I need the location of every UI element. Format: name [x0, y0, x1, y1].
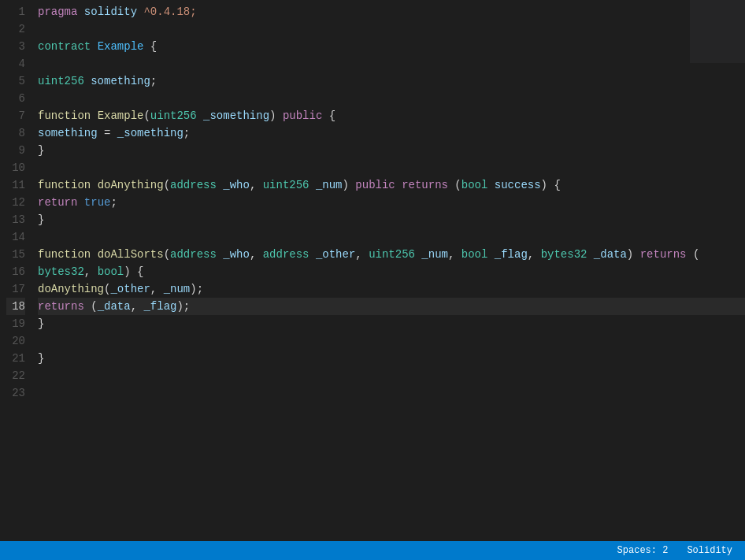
token: _num: [316, 179, 343, 191]
token: ;: [110, 196, 117, 209]
token: (: [84, 300, 98, 313]
code-line: }: [38, 211, 745, 228]
token: solidity: [84, 6, 137, 18]
token: [309, 179, 316, 191]
line-number: 23: [6, 384, 25, 402]
token: ,: [528, 248, 541, 261]
token: uint256: [150, 109, 197, 122]
code-line: }: [38, 142, 745, 159]
token: (: [686, 248, 699, 261]
token: _num: [421, 248, 448, 261]
code-editor: 1234567891011121314151617181920212223 pr…: [0, 0, 745, 560]
line-numbers: 1234567891011121314151617181920212223: [0, 3, 32, 560]
code-line: }: [38, 350, 745, 367]
code-line: pragma solidity ^0.4.18;: [38, 3, 745, 20]
code-line: [38, 228, 745, 246]
token: return: [38, 196, 77, 209]
token: ,: [131, 300, 144, 313]
token: returns: [640, 248, 687, 261]
token: something: [91, 75, 150, 87]
token: [91, 248, 97, 261]
code-line: bytes32, bool) {: [38, 263, 745, 280]
token: something: [38, 127, 98, 139]
token: _who: [223, 248, 250, 261]
token: [395, 179, 402, 191]
token: [77, 6, 83, 18]
spaces-indicator[interactable]: Spaces: 2: [617, 545, 669, 556]
token: doAllSorts: [98, 248, 164, 261]
token: }: [38, 317, 44, 330]
line-number: 3: [6, 38, 25, 55]
token: [91, 179, 97, 191]
token: _flag: [495, 248, 528, 261]
token: ,: [84, 265, 98, 278]
line-number: 17: [6, 280, 25, 298]
token: [197, 109, 203, 122]
token: uint256: [263, 179, 309, 191]
code-content[interactable]: pragma solidity ^0.4.18; contract Exampl…: [32, 3, 745, 560]
token: }: [38, 144, 44, 157]
token: ,: [448, 248, 461, 261]
line-number: 5: [6, 72, 25, 90]
code-line: function doAllSorts(address _who, addres…: [38, 246, 745, 263]
line-number: 2: [6, 20, 25, 38]
language-indicator[interactable]: Solidity: [687, 545, 732, 556]
token: (: [164, 179, 170, 191]
token: ) {: [124, 265, 143, 278]
token: uint256: [369, 248, 415, 261]
token: [84, 75, 91, 87]
token: _something: [203, 109, 269, 122]
line-number: 15: [6, 246, 25, 263]
token: [91, 40, 97, 53]
token: bytes32: [541, 248, 587, 261]
line-number: 9: [6, 142, 25, 159]
token: ): [343, 179, 356, 191]
code-area: 1234567891011121314151617181920212223 pr…: [0, 0, 745, 560]
code-line: [38, 90, 745, 107]
token: }: [38, 213, 44, 226]
token: address: [170, 179, 217, 191]
line-number: 21: [6, 350, 25, 367]
token: {: [322, 109, 335, 122]
token: ,: [150, 283, 164, 295]
line-number: 16: [6, 263, 25, 280]
token: ,: [250, 179, 263, 191]
code-line: contract Example {: [38, 38, 745, 55]
code-line: [38, 384, 745, 402]
token: (: [448, 179, 461, 191]
token: [217, 179, 223, 191]
token: bool: [461, 248, 488, 261]
line-number: 13: [6, 211, 25, 228]
token: ) {: [541, 179, 561, 191]
token: function: [38, 179, 91, 191]
code-line: something = _something;: [38, 124, 745, 142]
line-number: 19: [6, 315, 25, 332]
token: bytes32: [38, 265, 84, 278]
status-bar: Spaces: 2 Solidity: [0, 541, 745, 560]
token: ;: [183, 127, 190, 139]
token: _data: [98, 300, 131, 313]
token: _something: [117, 127, 183, 139]
token: success: [495, 179, 541, 191]
code-line: [38, 20, 745, 38]
token: (: [164, 248, 170, 261]
token: function: [38, 109, 91, 122]
token: [217, 248, 223, 261]
token: _num: [164, 283, 191, 295]
code-line: uint256 something;: [38, 72, 745, 90]
token: Example: [98, 40, 144, 53]
token: returns: [402, 179, 448, 191]
line-number: 12: [6, 194, 25, 211]
code-line: return true;: [38, 194, 745, 211]
minimap: [690, 0, 745, 63]
line-number: 14: [6, 228, 25, 246]
token: Example: [98, 109, 144, 122]
token: public: [283, 109, 322, 122]
code-line: }: [38, 315, 745, 332]
token: [77, 196, 83, 209]
line-number: 22: [6, 367, 25, 384]
token: ;: [150, 75, 157, 87]
line-number: 4: [6, 55, 25, 72]
token: =: [98, 127, 117, 139]
token: _data: [594, 248, 627, 261]
